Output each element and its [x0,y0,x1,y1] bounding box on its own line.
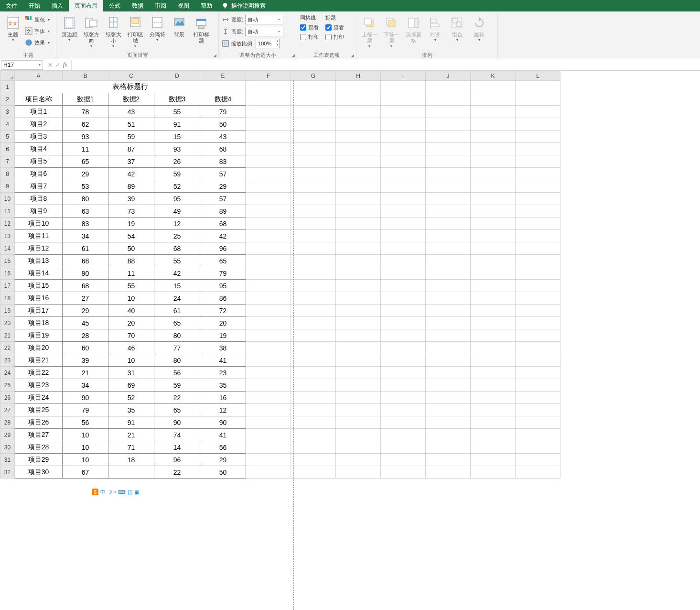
cell-G10[interactable] [291,193,336,205]
cell-L28[interactable] [516,416,560,429]
theme-fonts-button[interactable]: 文字体▾ [25,26,50,36]
ime-dot-icon[interactable]: • [114,489,116,495]
cell-K3[interactable] [471,106,516,118]
cell-B12[interactable]: 83 [63,218,108,230]
cell-L7[interactable] [516,155,560,168]
cell-L19[interactable] [516,305,560,317]
cell-G14[interactable] [291,242,336,255]
cell-D3[interactable]: 55 [154,106,200,118]
cell-C9[interactable]: 89 [108,180,154,193]
cell-F9[interactable] [246,180,291,193]
cell-L23[interactable] [516,354,560,367]
cell-L9[interactable] [516,180,560,193]
cell-G24[interactable] [291,367,336,379]
col-header-L[interactable]: L [516,71,560,81]
cell-D17[interactable]: 15 [154,280,200,292]
cell-I14[interactable] [381,242,426,255]
cell-F1[interactable] [246,81,291,93]
cell-G31[interactable] [291,454,336,466]
cell-F18[interactable] [246,292,291,305]
cell-B11[interactable]: 63 [63,205,108,218]
cell-I25[interactable] [381,379,426,392]
row-header-14[interactable]: 14 [0,242,15,255]
row-header-9[interactable]: 9 [0,180,15,193]
cell-F8[interactable] [246,168,291,180]
cell-C30[interactable]: 71 [108,441,154,454]
cell-I6[interactable] [381,143,426,155]
cell-I3[interactable] [381,106,426,118]
cell-J18[interactable] [426,292,471,305]
cell-A28[interactable]: 项目26 [15,416,63,429]
cell-G5[interactable] [291,131,336,143]
cell-B25[interactable]: 34 [63,379,108,392]
cell-F4[interactable] [246,118,291,131]
row-header-16[interactable]: 16 [0,267,15,280]
cell-E9[interactable]: 29 [200,180,246,193]
cell-F14[interactable] [246,242,291,255]
cell-J11[interactable] [426,205,471,218]
enter-icon[interactable]: ✓ [55,62,60,68]
cell-L4[interactable] [516,118,560,131]
cell-B29[interactable]: 10 [63,429,108,441]
cell-K8[interactable] [471,168,516,180]
cell-A16[interactable]: 项目14 [15,267,63,280]
cell-E25[interactable]: 35 [200,379,246,392]
cell-I1[interactable] [381,81,426,93]
col-header-B[interactable]: B [63,71,108,81]
cell-H24[interactable] [336,367,381,379]
cell-L16[interactable] [516,267,560,280]
cell-A24[interactable]: 项目22 [15,367,63,379]
cell-J32[interactable] [426,466,471,479]
scale-dialog-launcher[interactable]: ◢ [290,53,296,58]
col-header-D[interactable]: D [154,71,200,81]
group-button[interactable]: 组合▾ [447,14,467,43]
cell-G4[interactable] [291,118,336,131]
cell-F20[interactable] [246,317,291,329]
cell-B32[interactable]: 67 [63,466,108,479]
page-setup-dialog-launcher[interactable]: ◢ [212,53,217,58]
cell-B6[interactable]: 11 [63,143,108,155]
cell-A20[interactable]: 项目18 [15,317,63,329]
headings-print-checkbox[interactable]: 打印 [325,33,344,41]
cell-I31[interactable] [381,454,426,466]
row-header-32[interactable]: 32 [0,466,15,479]
ime-grid-icon[interactable]: ▦ [134,489,139,495]
cell-H4[interactable] [336,118,381,131]
cell-G23[interactable] [291,354,336,367]
cell-I15[interactable] [381,255,426,267]
cell-L32[interactable] [516,466,560,479]
row-header-7[interactable]: 7 [0,155,15,168]
cell-H21[interactable] [336,329,381,342]
cell-E16[interactable]: 79 [200,267,246,280]
cell-K5[interactable] [471,131,516,143]
cell-K23[interactable] [471,354,516,367]
cell-J8[interactable] [426,168,471,180]
align-button[interactable]: 对齐▾ [425,14,445,43]
cell-C16[interactable]: 11 [108,267,154,280]
cell-L8[interactable] [516,168,560,180]
ime-keyboard-icon[interactable]: ⌨ [118,489,126,495]
cell-E26[interactable]: 16 [200,392,246,404]
cell-G18[interactable] [291,292,336,305]
cell-E32[interactable]: 50 [200,466,246,479]
cell-F24[interactable] [246,367,291,379]
cell-E23[interactable]: 41 [200,354,246,367]
cell-H16[interactable] [336,267,381,280]
col-header-F[interactable]: F [246,71,291,81]
cell-C2[interactable]: 数据2 [108,93,154,106]
cell-C19[interactable]: 40 [108,305,154,317]
cell-C4[interactable]: 51 [108,118,154,131]
cell-H28[interactable] [336,416,381,429]
cell-L3[interactable] [516,106,560,118]
cell-I30[interactable] [381,441,426,454]
cell-I27[interactable] [381,404,426,416]
width-combo[interactable]: 自动 [245,15,283,24]
theme-colors-button[interactable]: 颜色▾ [25,14,50,25]
cell-K6[interactable] [471,143,516,155]
cell-A12[interactable]: 项目10 [15,218,63,230]
cell-H20[interactable] [336,317,381,329]
cell-D14[interactable]: 68 [154,242,200,255]
cell-A30[interactable]: 项目28 [15,441,63,454]
margins-button[interactable]: 页边距▾ [59,14,79,43]
cell-J12[interactable] [426,218,471,230]
